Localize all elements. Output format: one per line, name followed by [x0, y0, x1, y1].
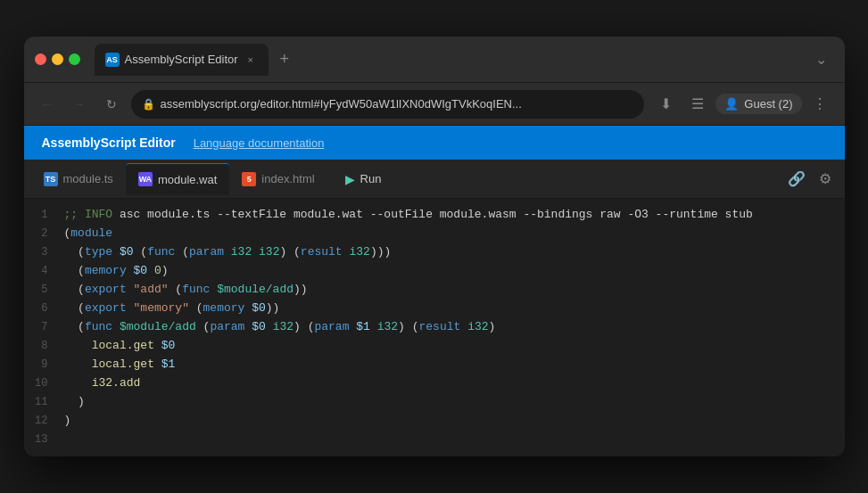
line-number-13: 13 [24, 431, 64, 448]
line-content-5: (export "add" (func $module/add)) [64, 281, 308, 300]
toolbar-actions: ⬇ ☰ 👤 Guest (2) ⋮ [651, 90, 833, 119]
line-content-12: ) [64, 412, 71, 431]
settings-icon-button[interactable]: ⚙ [813, 167, 838, 192]
new-tab-button[interactable]: + [272, 47, 297, 72]
tab-module-wat[interactable]: WA module.wat [126, 163, 229, 195]
line-content-13 [64, 431, 71, 449]
line-content-2: (module [64, 225, 113, 243]
code-line-5: 5 (export "add" (func $module/add)) [24, 281, 845, 300]
editor-tab-actions: 🔗 ⚙ [784, 167, 838, 192]
code-line-6: 6 (export "memory" (memory $0)) [24, 300, 845, 318]
dropdown-button[interactable]: ⌄ [809, 47, 834, 72]
line-number-7: 7 [24, 319, 64, 336]
code-line-7: 7 (func $module/add (param $0 i32) (para… [24, 318, 845, 337]
line-content-6: (export "memory" (memory $0)) [64, 300, 280, 318]
line-content-7: (func $module/add (param $0 i32) (param … [64, 318, 496, 337]
user-button[interactable]: 👤 Guest (2) [715, 94, 801, 114]
code-line-13: 13 [24, 431, 845, 449]
more-button[interactable]: ⋮ [806, 90, 834, 119]
tab-title: AssemblyScript Editor [125, 53, 238, 66]
tab-area: AS AssemblyScript Editor × + [95, 44, 802, 76]
minimize-window-button[interactable] [52, 53, 63, 65]
code-line-4: 4 (memory $0 0) [24, 262, 845, 281]
title-bar: AS AssemblyScript Editor × + ⌄ [24, 37, 845, 83]
line-content-3: (type $0 (func (param i32 i32) (result i… [64, 243, 392, 262]
line-number-10: 10 [24, 375, 64, 392]
line-content-4: (memory $0 0) [64, 262, 169, 281]
line-content-8: local.get $0 [64, 337, 176, 356]
code-line-11: 11 ) [24, 393, 845, 412]
back-button[interactable]: ← [35, 92, 60, 117]
user-label: Guest (2) [744, 97, 792, 111]
forward-button[interactable]: → [67, 92, 92, 117]
refresh-button[interactable]: ↻ [99, 92, 124, 117]
run-label: Run [360, 172, 382, 185]
line-number-11: 11 [24, 394, 64, 411]
editor-tabs: TS module.ts WA module.wat 5 index.html … [24, 160, 845, 199]
tab-module-ts-label: module.ts [63, 172, 113, 185]
code-line-2: 2 (module [24, 225, 845, 243]
link-icon-button[interactable]: 🔗 [784, 167, 809, 192]
browser-tab[interactable]: AS AssemblyScript Editor × [95, 44, 269, 76]
line-content-9: local.get $1 [64, 356, 176, 374]
line-number-1: 1 [24, 207, 64, 224]
tab-favicon: AS [105, 53, 120, 67]
address-bar: ← → ↻ 🔒 assemblyscript.org/editor.html#I… [24, 83, 845, 126]
line-number-6: 6 [24, 300, 64, 317]
line-number-3: 3 [24, 244, 64, 261]
run-icon: ▶ [345, 172, 355, 186]
tab-close-button[interactable]: × [244, 53, 258, 67]
url-text: assemblyscript.org/editor.html#IyFydW50a… [161, 97, 522, 111]
close-window-button[interactable] [35, 53, 46, 65]
line-content-11: ) [64, 393, 85, 412]
code-editor[interactable]: 1 ;; INFO asc module.ts --textFile modul… [24, 199, 845, 456]
browser-window: AS AssemblyScript Editor × + ⌄ ← → ↻ 🔒 a… [24, 37, 845, 456]
code-line-10: 10 i32.add [24, 374, 845, 393]
app-header: AssemblyScript Editor Language documenta… [24, 126, 845, 160]
code-line-1: 1 ;; INFO asc module.ts --textFile modul… [24, 206, 845, 225]
code-line-3: 3 (type $0 (func (param i32 i32) (result… [24, 243, 845, 262]
line-number-5: 5 [24, 282, 64, 299]
tab-index-html[interactable]: 5 index.html [229, 163, 327, 195]
sidebar-button[interactable]: ☰ [683, 90, 712, 119]
traffic-lights [35, 53, 80, 65]
line-number-9: 9 [24, 357, 64, 374]
line-number-4: 4 [24, 263, 64, 280]
app-title: AssemblyScript Editor [42, 136, 176, 150]
maximize-window-button[interactable] [69, 53, 80, 65]
html-icon: 5 [242, 172, 256, 186]
tab-module-wat-label: module.wat [158, 173, 217, 186]
url-bar[interactable]: 🔒 assemblyscript.org/editor.html#IyFydW5… [131, 90, 645, 119]
line-content-1: ;; INFO asc module.ts --textFile module.… [64, 206, 753, 225]
tab-index-html-label: index.html [261, 172, 314, 185]
code-line-8: 8 local.get $0 [24, 337, 845, 356]
code-line-9: 9 local.get $1 [24, 356, 845, 374]
line-number-12: 12 [24, 413, 64, 430]
wa-icon: WA [138, 172, 153, 186]
lock-icon: 🔒 [142, 98, 155, 111]
line-content-10: i32.add [64, 374, 141, 393]
line-number-8: 8 [24, 338, 64, 355]
user-icon: 👤 [724, 97, 739, 111]
run-button[interactable]: ▶ Run [335, 168, 393, 190]
tab-module-ts[interactable]: TS module.ts [31, 163, 126, 195]
line-number-2: 2 [24, 226, 64, 242]
ts-icon: TS [44, 172, 58, 186]
download-button[interactable]: ⬇ [651, 90, 680, 119]
language-docs-link[interactable]: Language documentation [194, 136, 325, 150]
code-line-12: 12 ) [24, 412, 845, 431]
